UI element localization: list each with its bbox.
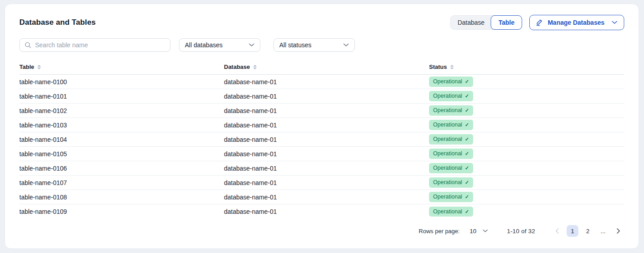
database-filter-value: All databases (185, 41, 223, 49)
cell-database: database-name-01 (224, 93, 429, 100)
search-input[interactable] (35, 41, 165, 49)
pagination-range: 1-10 of 32 (507, 228, 535, 235)
next-page-button[interactable] (613, 225, 624, 237)
rows-per-page-select[interactable]: 10 (470, 228, 488, 235)
cell-database: database-name-01 (224, 179, 429, 186)
cell-status: Operational ✓ (429, 91, 624, 101)
status-badge-label: Operational (433, 136, 462, 143)
table-row[interactable]: table-name-0109 database-name-01 Operati… (19, 204, 624, 219)
table-row[interactable]: table-name-0107 database-name-01 Operati… (19, 176, 624, 190)
check-icon: ✓ (465, 165, 469, 171)
status-badge-label: Operational (433, 78, 462, 85)
cell-status: Operational ✓ (429, 207, 624, 217)
status-badge: Operational ✓ (429, 77, 473, 86)
table-row[interactable]: table-name-0106 database-name-01 Operati… (19, 161, 624, 176)
cell-database: database-name-01 (224, 208, 429, 215)
page-button-1[interactable]: 1 (567, 225, 578, 237)
cell-table: table-name-0101 (19, 93, 224, 100)
cell-database: database-name-01 (224, 136, 429, 143)
table-search[interactable] (19, 38, 170, 52)
status-badge-label: Operational (433, 208, 462, 215)
sort-icon (37, 65, 41, 69)
sort-icon (450, 65, 454, 69)
check-icon: ✓ (465, 78, 469, 85)
cell-status: Operational ✓ (429, 177, 624, 187)
cell-database: database-name-01 (224, 78, 429, 86)
status-badge: Operational ✓ (429, 192, 473, 202)
column-header-database[interactable]: Database (224, 63, 429, 70)
filter-bar: All databases All statuses (19, 38, 624, 52)
cell-database: database-name-01 (224, 150, 429, 158)
cell-status: Operational ✓ (429, 192, 624, 202)
status-badge: Operational ✓ (429, 163, 473, 173)
table-row[interactable]: table-name-0105 database-name-01 Operati… (19, 147, 624, 161)
view-toggle-database[interactable]: Database (451, 16, 491, 29)
table-row[interactable]: table-name-0100 database-name-01 Operati… (19, 75, 624, 89)
column-header-status-label: Status (429, 63, 447, 70)
status-badge-label: Operational (433, 179, 462, 186)
check-icon: ✓ (465, 194, 469, 200)
cell-table: table-name-0103 (19, 122, 224, 129)
cell-table: table-name-0100 (19, 78, 224, 86)
status-badge-label: Operational (433, 164, 462, 172)
cell-database: database-name-01 (224, 165, 429, 172)
chevron-down-icon (483, 229, 488, 233)
cell-table: table-name-0104 (19, 136, 224, 143)
cell-table: table-name-0107 (19, 179, 224, 186)
column-header-table-label: Table (19, 63, 34, 70)
prev-page-button[interactable] (551, 225, 563, 237)
table-row[interactable]: table-name-0104 database-name-01 Operati… (19, 132, 624, 147)
cell-status: Operational ✓ (429, 120, 624, 130)
chevron-down-icon (612, 21, 617, 24)
cell-table: table-name-0108 (19, 194, 224, 201)
table-row[interactable]: table-name-0102 database-name-01 Operati… (19, 104, 624, 118)
cell-table: table-name-0106 (19, 165, 224, 172)
column-header-table[interactable]: Table (19, 63, 224, 70)
view-toggle: Database Table (450, 15, 522, 30)
cell-table: table-name-0109 (19, 208, 224, 215)
check-icon: ✓ (465, 136, 469, 142)
check-icon: ✓ (465, 150, 469, 157)
chevron-down-icon (343, 43, 349, 47)
cell-status: Operational ✓ (429, 105, 624, 115)
rows-per-page-label: Rows per page: (419, 228, 460, 235)
check-icon: ✓ (465, 107, 469, 113)
database-filter-select[interactable]: All databases (179, 38, 260, 52)
table-body: table-name-0100 database-name-01 Operati… (19, 75, 624, 219)
status-badge-label: Operational (433, 150, 462, 157)
cell-status: Operational ✓ (429, 149, 624, 158)
status-badge-label: Operational (433, 193, 462, 200)
tables-table: Table Database Status table-name-0100 da… (19, 63, 624, 219)
status-badge: Operational ✓ (429, 91, 473, 101)
search-icon (24, 41, 31, 49)
status-badge: Operational ✓ (429, 120, 473, 130)
page-ellipsis-button[interactable]: ... (597, 225, 609, 237)
cell-status: Operational ✓ (429, 163, 624, 173)
table-row[interactable]: table-name-0101 database-name-01 Operati… (19, 89, 624, 104)
header-actions: Database Table Manage Databases (450, 15, 624, 30)
column-header-status[interactable]: Status (429, 63, 624, 70)
cell-status: Operational ✓ (429, 77, 624, 86)
cell-table: table-name-0105 (19, 150, 224, 158)
rows-per-page-value: 10 (470, 228, 476, 235)
table-row[interactable]: table-name-0103 database-name-01 Operati… (19, 118, 624, 132)
check-icon: ✓ (465, 208, 469, 215)
status-badge-label: Operational (433, 107, 462, 114)
manage-databases-button[interactable]: Manage Databases (529, 15, 624, 30)
check-icon: ✓ (465, 179, 469, 185)
database-tables-card: Database and Tables Database Table Manag… (4, 4, 639, 249)
page-button-2[interactable]: 2 (582, 225, 594, 237)
manage-databases-label: Manage Databases (548, 19, 604, 26)
table-header-row: Table Database Status (19, 63, 624, 75)
cell-status: Operational ✓ (429, 134, 624, 144)
status-badge: Operational ✓ (429, 177, 473, 187)
card-header: Database and Tables Database Table Manag… (19, 15, 624, 30)
page-title: Database and Tables (19, 18, 96, 27)
status-filter-select[interactable]: All statuses (273, 38, 355, 52)
table-row[interactable]: table-name-0108 database-name-01 Operati… (19, 190, 624, 204)
cell-table: table-name-0102 (19, 107, 224, 114)
status-filter-value: All statuses (279, 41, 312, 49)
sort-icon (253, 65, 257, 69)
chevron-down-icon (249, 43, 255, 47)
view-toggle-table[interactable]: Table (491, 15, 522, 30)
